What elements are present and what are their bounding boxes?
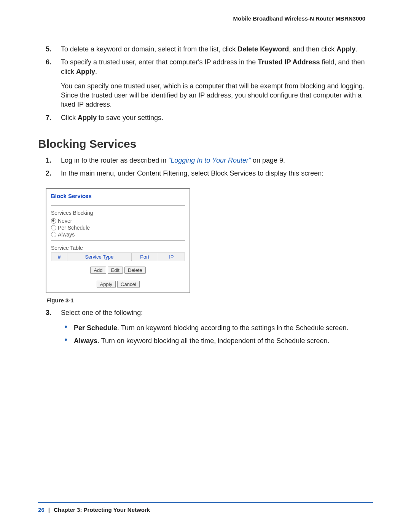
table-header-cell: Service Type [67,252,131,261]
footer-rule [38,502,373,503]
step-list-top: 5.To delete a keyword or domain, select … [46,45,373,126]
bullet-item: Always. Turn on keyword blocking all the… [65,336,373,349]
manual-page: Mobile Broadband Wireless-N Router MBRN3… [0,0,411,532]
figure-caption: Figure 3-1 [46,297,373,304]
table-header-row: #Service TypePortIP [51,252,185,261]
bullet-icon [65,339,67,341]
radio-label: Always [58,232,75,238]
table-header-cell: Port [131,252,158,261]
radio-option[interactable]: Per Schedule [51,224,185,231]
step-paragraph: You can specify one trusted user, which … [61,81,373,109]
step-text: To delete a keyword or domain, select it… [61,45,357,53]
radio-label: Per Schedule [58,225,90,231]
step-number: 2. [46,169,51,178]
form-button-row: ApplyCancel [51,281,185,288]
step-item: 1.Log in to the router as described in “… [46,156,373,169]
footer-text: 26 | Chapter 3: Protecting Your Network [38,506,373,513]
table-add-button[interactable]: Add [90,267,106,274]
step-number: 3. [46,308,51,317]
footer-separator: | [46,506,52,513]
radio-option[interactable]: Never [51,217,185,224]
form-apply-button[interactable]: Apply [97,281,116,288]
step-item: 2.In the main menu, under Content Filter… [46,169,373,182]
service-table: #Service TypePortIP [51,252,185,261]
step-item: 6.To specify a trusted user, enter that … [46,58,373,113]
bullet-item: Per Schedule. Turn on keyword blocking a… [65,323,373,336]
radio-icon [51,225,56,230]
page-number: 26 [38,506,45,513]
chapter-label: Chapter 3: Protecting Your Network [54,506,150,513]
radio-option[interactable]: Always [51,231,185,238]
table-header-cell: # [51,252,67,261]
table-button-row: AddEditDelete [51,267,185,274]
divider [51,240,185,241]
step-3: 3. Select one of the following: [46,308,373,321]
section-heading: Blocking Services [38,137,373,150]
bullet-list: Per Schedule. Turn on keyword blocking a… [65,323,373,350]
service-table-label: Service Table [51,245,185,251]
step-number: 5. [46,45,51,54]
step-text: Log in to the router as described in “Lo… [61,157,285,164]
running-header: Mobile Broadband Wireless-N Router MBRN3… [38,15,365,22]
step-text: To specify a trusted user, enter that co… [61,58,365,75]
services-blocking-label: Services Blocking [51,210,185,216]
block-services-screenshot: Block Services Services Blocking NeverPe… [46,188,190,293]
step-list-3: 3. Select one of the following: [46,308,373,321]
radio-icon [51,232,56,237]
radio-label: Never [58,218,72,224]
step-text: In the main menu, under Content Filterin… [61,169,323,177]
step-item: 7.Click Apply to save your settings. [46,113,373,126]
form-cancel-button[interactable]: Cancel [117,281,139,288]
table-edit-button[interactable]: Edit [108,267,123,274]
step-number: 1. [46,156,51,165]
step-text: Click Apply to save your settings. [61,114,163,121]
radio-icon [51,218,56,224]
step-list-blocking: 1.Log in to the router as described in “… [46,156,373,182]
step-number: 7. [46,113,51,122]
step-item: 5.To delete a keyword or domain, select … [46,45,373,58]
table-header-cell: IP [158,252,185,261]
divider [51,205,185,206]
radio-group: NeverPer ScheduleAlways [51,217,185,238]
table-delete-button[interactable]: Delete [124,267,146,274]
page-footer: 26 | Chapter 3: Protecting Your Network [38,502,373,513]
bullet-icon [65,326,67,328]
step-number: 6. [46,58,51,67]
panel-title: Block Services [51,193,185,199]
step-text: Select one of the following: [61,309,143,316]
